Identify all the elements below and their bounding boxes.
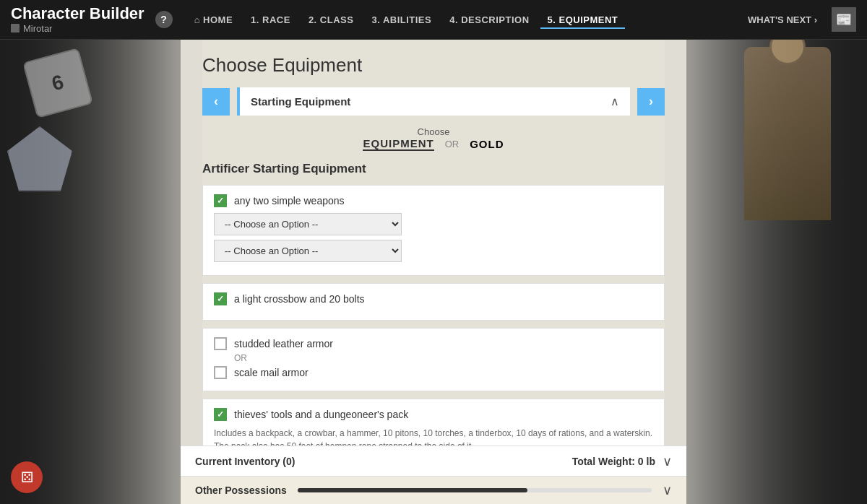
warrior-head [769, 40, 806, 65]
checkbox-crossbow[interactable] [214, 292, 227, 305]
sub-item-studded: studded leather armor [214, 337, 653, 350]
app-logo: Character Builder Mirotar [11, 5, 144, 33]
toggle-gold[interactable]: GOLD [470, 138, 504, 150]
equip-group-header-4: thieves' tools and a dungeoneer's pack [214, 408, 653, 421]
checkbox-scale-armor[interactable] [214, 366, 227, 379]
equip-group-armor: studded leather armor OR scale mail armo… [202, 328, 665, 391]
expand-icon: ∨ [663, 454, 672, 469]
dice-decoration: 6 [7, 54, 152, 256]
app-header: Character Builder Mirotar ? HOME 1. RACE… [0, 0, 867, 40]
character-name: Mirotar [23, 23, 52, 34]
warrior-decoration [715, 47, 860, 264]
checkbox-simple-weapons[interactable] [214, 194, 227, 207]
warrior-shape [744, 47, 831, 220]
bg-left-decoration: 6 [0, 40, 202, 504]
dnd-logo-icon: ⚄ [21, 469, 33, 486]
page-title: Choose Equipment [202, 54, 665, 77]
dnd-logo-button[interactable]: ⚄ [11, 461, 43, 493]
other-possessions-bar: Other Possessions ∨ [181, 476, 686, 504]
weight-label: Total Weight: 0 lb [572, 456, 655, 467]
bg-right-decoration [665, 40, 867, 504]
prev-arrow-icon: ‹ [214, 94, 218, 109]
nav-home[interactable]: HOME [187, 11, 240, 29]
tab-row: ‹ Starting Equipment ∧ › [202, 87, 665, 116]
nav-abilities[interactable]: 3. ABILITIES [364, 11, 439, 29]
or-divider: OR [234, 353, 653, 363]
equip-group-simple-weapons: any two simple weapons -- Choose an Opti… [202, 185, 665, 276]
choose-toggle: Choose EQUIPMENT OR GOLD [202, 126, 665, 151]
inventory-bar: Current Inventory (0) Total Weight: 0 lb… [181, 446, 686, 477]
other-possessions-expand-button[interactable]: ∨ [663, 482, 672, 498]
inventory-label: Current Inventory (0) [195, 456, 295, 467]
choose-label: Choose [202, 126, 665, 137]
other-possessions-label: Other Possessions [195, 485, 287, 496]
label-studded-armor: studded leather armor [234, 338, 333, 349]
label-simple-weapons: any two simple weapons [234, 195, 345, 207]
tab-label: Starting Equipment [251, 95, 350, 108]
next-arrow-button[interactable]: › [637, 88, 665, 116]
weight-section: Total Weight: 0 lb ∨ [572, 453, 672, 469]
tab-collapse-button[interactable]: ∧ [611, 95, 619, 108]
label-scale-armor: scale mail armor [234, 367, 309, 378]
next-arrow-icon: › [649, 94, 653, 109]
character-icon [11, 24, 20, 32]
toggle-row: EQUIPMENT OR GOLD [202, 137, 665, 151]
whats-next-button[interactable]: WHAT'S NEXT › [741, 11, 824, 29]
toggle-or: OR [445, 139, 460, 149]
equip-group-header-2: a light crossbow and 20 bolts [214, 292, 653, 305]
sub-item-scale: scale mail armor [214, 366, 653, 379]
news-button[interactable]: 📰 [832, 7, 856, 32]
help-button[interactable]: ? [155, 11, 173, 28]
label-thieves-tools: thieves' tools and a dungeoneer's pack [234, 409, 408, 420]
progress-bar-fill [298, 488, 528, 492]
other-expand-icon: ∨ [663, 483, 672, 498]
label-crossbow: a light crossbow and 20 bolts [234, 293, 365, 305]
toggle-equipment[interactable]: EQUIPMENT [363, 137, 434, 151]
inventory-expand-button[interactable]: ∨ [663, 453, 672, 469]
news-icon: 📰 [836, 12, 852, 27]
nav-description[interactable]: 4. DESCRIPTION [442, 11, 536, 29]
collapse-icon: ∧ [611, 95, 619, 108]
progress-bar-container [298, 488, 652, 492]
checkbox-thieves-tools[interactable] [214, 408, 227, 421]
nav-equipment[interactable]: 5. EQUIPMENT [540, 11, 626, 29]
prev-arrow-button[interactable]: ‹ [202, 88, 230, 116]
character-info: Mirotar [11, 23, 144, 34]
equip-group-header-1: any two simple weapons [214, 194, 653, 207]
nav-class[interactable]: 2. CLASS [301, 11, 361, 29]
select-weapon-1[interactable]: -- Choose an Option -- [214, 213, 402, 235]
main-nav: HOME 1. RACE 2. CLASS 3. ABILITIES 4. DE… [187, 11, 741, 29]
section-title: Artificer Starting Equipment [202, 162, 665, 176]
equip-group-crossbow: a light crossbow and 20 bolts [202, 283, 665, 321]
checkbox-studded-armor[interactable] [214, 337, 227, 350]
dice-d20 [7, 126, 72, 191]
nav-race[interactable]: 1. RACE [243, 11, 298, 29]
main-content: Choose Equipment ‹ Starting Equipment ∧ … [181, 40, 686, 504]
starting-equipment-tab: Starting Equipment ∧ [237, 87, 630, 116]
dice-d6: 6 [22, 48, 93, 118]
app-title: Character Builder [11, 5, 144, 22]
select-weapon-2[interactable]: -- Choose an Option -- [214, 240, 402, 262]
